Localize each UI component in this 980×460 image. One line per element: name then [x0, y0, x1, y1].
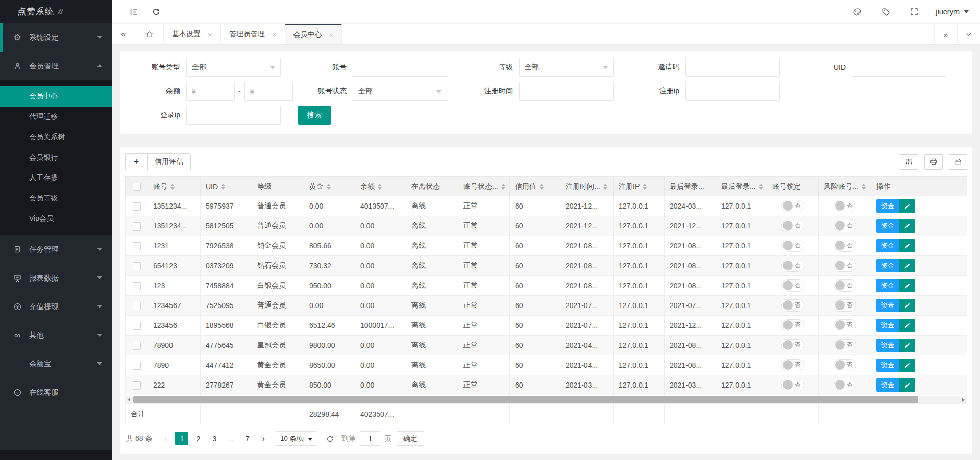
next-page-button[interactable]: › — [257, 432, 270, 445]
uid-input[interactable] — [852, 58, 946, 77]
fullscreen-icon[interactable] — [900, 0, 928, 24]
sort-icon[interactable] — [327, 184, 331, 190]
print-icon[interactable] — [924, 154, 943, 170]
home-tab-icon[interactable] — [135, 24, 164, 44]
scroll-left-arrow-icon[interactable] — [125, 396, 133, 403]
sidebar-item-yuebao[interactable]: · 余额宝 — [0, 349, 112, 378]
user-menu[interactable]: jiuerym — [936, 8, 969, 16]
row-checkbox[interactable] — [133, 202, 141, 211]
account-status-select[interactable]: 全部 — [353, 82, 447, 101]
fund-button[interactable]: 资金 — [876, 378, 899, 392]
fund-button[interactable]: 资金 — [876, 299, 899, 312]
fund-button[interactable]: 资金 — [876, 319, 899, 332]
close-icon[interactable]: × — [272, 31, 277, 38]
row-checkbox[interactable] — [133, 222, 141, 231]
balance-min-input[interactable] — [186, 82, 235, 101]
login-ip-input[interactable] — [186, 106, 281, 125]
tab-admin-management[interactable]: 管理员管理 × — [221, 24, 285, 44]
sidebar-item-online-service[interactable]: 在线客服 — [0, 378, 112, 406]
column-header[interactable]: 黄金 — [304, 177, 355, 196]
page-number-button[interactable]: 2 — [191, 432, 205, 445]
column-header[interactable]: 信用值 — [510, 177, 560, 196]
edit-button[interactable] — [899, 339, 915, 352]
add-button[interactable]: + — [125, 153, 148, 170]
columns-filter-icon[interactable] — [900, 154, 918, 170]
edit-button[interactable] — [899, 378, 915, 392]
risk-toggle[interactable]: 否 — [834, 260, 856, 272]
reg-time-input[interactable] — [519, 82, 614, 101]
risk-toggle[interactable]: 否 — [834, 279, 856, 292]
page-number-button[interactable]: 7 — [240, 432, 254, 445]
lock-toggle[interactable]: 否 — [781, 299, 804, 312]
lock-toggle[interactable]: 否 — [781, 279, 804, 292]
invite-code-input[interactable] — [685, 58, 780, 77]
risk-toggle[interactable]: 否 — [834, 220, 856, 232]
tabs-scroll-left-icon[interactable]: « — [112, 24, 135, 44]
fund-button[interactable]: 资金 — [876, 199, 899, 213]
column-header[interactable]: 注册IP — [614, 177, 665, 196]
sidebar-item-member-tree[interactable]: 会员关系树 — [0, 127, 112, 147]
sidebar-item-agent-migration[interactable]: 代理迁移 — [0, 107, 112, 127]
row-checkbox[interactable] — [133, 262, 141, 270]
close-icon[interactable]: × — [208, 31, 212, 38]
select-all-checkbox[interactable] — [133, 183, 141, 191]
edit-button[interactable] — [899, 259, 915, 272]
column-header[interactable]: 账号状态... — [458, 177, 510, 196]
refresh-icon[interactable] — [145, 0, 167, 24]
search-button[interactable]: 搜索 — [298, 106, 331, 125]
sidebar-item-recharge-withdraw[interactable]: 充值提现 — [0, 292, 112, 321]
fund-button[interactable]: 资金 — [876, 239, 899, 252]
row-checkbox[interactable] — [133, 282, 141, 290]
close-icon[interactable]: × — [329, 31, 334, 39]
risk-toggle[interactable]: 否 — [834, 359, 856, 371]
row-checkbox[interactable] — [133, 322, 141, 330]
row-checkbox[interactable] — [133, 381, 141, 390]
row-checkbox[interactable] — [133, 362, 141, 370]
sort-icon[interactable] — [540, 184, 544, 190]
page-number-button[interactable]: 1 — [175, 432, 188, 445]
risk-toggle[interactable]: 否 — [834, 379, 856, 391]
sort-icon[interactable] — [759, 184, 763, 190]
tab-basic-settings[interactable]: 基本设置 × — [164, 24, 221, 44]
level-select[interactable]: 全部 — [519, 58, 614, 77]
theme-palette-icon[interactable] — [843, 0, 871, 24]
risk-toggle[interactable]: 否 — [834, 299, 856, 312]
column-header[interactable]: 余额 — [355, 177, 406, 196]
balance-max-input[interactable] — [244, 82, 293, 101]
sort-icon[interactable] — [221, 184, 225, 190]
sort-icon[interactable] — [378, 184, 382, 190]
tab-member-center[interactable]: 会员中心 × — [285, 24, 342, 44]
sidebar-item-member-level[interactable]: 会员等级 — [0, 188, 112, 209]
column-header[interactable]: 最后登录... — [716, 177, 767, 196]
tabs-menu-icon[interactable] — [957, 24, 980, 44]
sort-icon[interactable] — [170, 184, 175, 190]
scroll-right-arrow-icon[interactable] — [960, 396, 967, 403]
risk-toggle[interactable]: 否 — [834, 240, 856, 252]
lock-toggle[interactable]: 否 — [781, 220, 804, 232]
sort-icon[interactable] — [643, 184, 647, 190]
lock-toggle[interactable]: 否 — [781, 200, 804, 212]
credit-evaluate-button[interactable]: 信用评估 — [147, 153, 191, 170]
pagination-refresh-icon[interactable] — [326, 435, 334, 443]
fund-button[interactable]: 资金 — [876, 259, 899, 272]
confirm-button[interactable]: 确定 — [397, 431, 424, 446]
prev-page-button[interactable]: ‹ — [159, 432, 172, 445]
edit-button[interactable] — [899, 279, 915, 292]
risk-toggle[interactable]: 否 — [834, 200, 856, 212]
sidebar-item-vip-member[interactable]: Vip会员 — [0, 209, 112, 229]
risk-toggle[interactable]: 否 — [834, 319, 856, 331]
tag-icon[interactable] — [871, 0, 900, 24]
edit-button[interactable] — [899, 359, 915, 372]
column-header[interactable]: 账号 — [148, 177, 201, 196]
edit-button[interactable] — [899, 299, 915, 312]
export-icon[interactable] — [949, 154, 967, 170]
edit-button[interactable] — [899, 199, 915, 213]
sort-icon[interactable] — [501, 184, 505, 190]
edit-button[interactable] — [899, 239, 915, 252]
sidebar-item-member-bank[interactable]: 会员银行 — [0, 147, 112, 168]
row-checkbox[interactable] — [133, 302, 141, 310]
sort-icon[interactable] — [603, 184, 607, 190]
lock-toggle[interactable]: 否 — [781, 339, 804, 351]
sort-icon[interactable] — [862, 184, 866, 190]
fund-button[interactable]: 资金 — [876, 339, 899, 352]
